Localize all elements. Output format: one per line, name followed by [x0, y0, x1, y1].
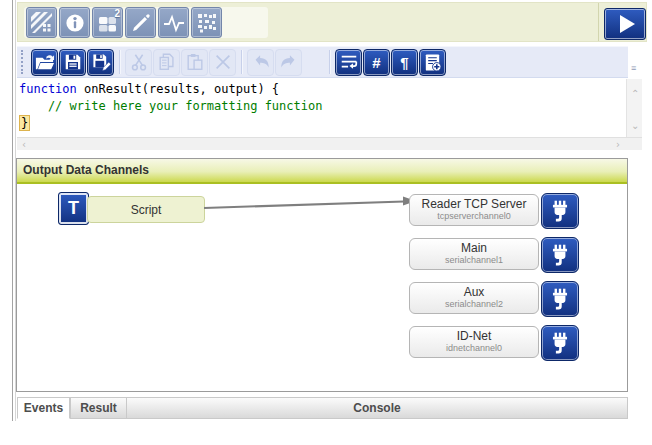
- scroll-down-icon[interactable]: ⌄: [631, 121, 639, 131]
- paste-icon: [181, 49, 208, 76]
- line-numbers-icon[interactable]: #: [363, 49, 390, 76]
- toolbar-drag-grip[interactable]: [21, 50, 27, 74]
- plug-icon[interactable]: [541, 325, 579, 361]
- open-icon[interactable]: [31, 49, 58, 76]
- pilcrow-glyph: ¶: [400, 55, 408, 70]
- channel-name: Main: [410, 242, 538, 255]
- toolbar-overflow-icon[interactable]: ≡: [631, 64, 636, 73]
- formatting-marks-icon[interactable]: ¶: [391, 49, 418, 76]
- channel-name: ID-Net: [410, 330, 538, 343]
- channel-id-net[interactable]: ID-Net idnetchannel0: [409, 326, 539, 358]
- tab-events[interactable]: Events: [17, 397, 70, 419]
- toolbar-separator: [241, 50, 243, 74]
- code-keyword: function: [19, 82, 77, 96]
- channel-id: serialchannel2: [410, 299, 538, 309]
- edit-toolbar: # ¶: [17, 46, 628, 78]
- toolbar-separator: [598, 3, 599, 41]
- redo-icon: [275, 49, 302, 76]
- phase-count-badge: 2: [114, 8, 120, 19]
- word-wrap-icon[interactable]: [335, 49, 362, 76]
- channel-reader-tcp-server[interactable]: Reader TCP Server tcpserverchannel0: [409, 194, 539, 226]
- channel-id: idnetchannel0: [410, 343, 538, 353]
- script-code-editor[interactable]: function onResult(results, output) { // …: [17, 79, 626, 137]
- image-setup-icon[interactable]: [26, 7, 57, 38]
- editor-horizontal-scrollbar[interactable]: ‹ ›: [17, 137, 642, 150]
- script-node[interactable]: Script: [87, 196, 205, 223]
- copy-icon: [153, 49, 180, 76]
- signal-pulse-icon[interactable]: [158, 7, 189, 38]
- toolbar-separator: [329, 50, 331, 74]
- channel-id: serialchannel1: [410, 255, 538, 265]
- channel-name: Aux: [410, 286, 538, 299]
- reading-phases-icon[interactable]: 2: [92, 7, 123, 38]
- channel-id: tcpserverchannel0: [410, 211, 538, 221]
- code-line1: onResult(results, output) {: [77, 82, 279, 96]
- cut-icon: [125, 49, 152, 76]
- channel-main[interactable]: Main serialchannel1: [409, 238, 539, 270]
- top-toolbar: 2: [17, 2, 647, 42]
- run-button[interactable]: [604, 8, 646, 40]
- new-template-icon[interactable]: [419, 49, 446, 76]
- save-icon[interactable]: [59, 49, 86, 76]
- tab-result[interactable]: Result: [70, 397, 127, 419]
- panel-header: Output Data Channels: [17, 159, 627, 184]
- scroll-left-icon[interactable]: ‹: [22, 140, 26, 150]
- script-node-icon[interactable]: T: [58, 192, 89, 225]
- plug-icon[interactable]: [541, 237, 579, 273]
- connection-arrow: [204, 195, 416, 213]
- undo-icon: [247, 49, 274, 76]
- scroll-up-icon[interactable]: ⌃: [631, 89, 639, 99]
- dlcode-script-editor-window: 2: [0, 0, 652, 445]
- top-toolbar-icon-strip: 2: [24, 7, 268, 38]
- delete-icon: [209, 49, 236, 76]
- code-grading-icon[interactable]: [191, 7, 222, 38]
- code-closing-brace: }: [19, 115, 30, 131]
- code-comment: // write here your formatting function: [19, 99, 322, 113]
- toolbar-separator: [119, 50, 121, 74]
- channel-aux[interactable]: Aux serialchannel2: [409, 282, 539, 314]
- plug-icon[interactable]: [541, 281, 579, 317]
- hash-glyph: #: [372, 55, 380, 70]
- output-data-channels-panel: Output Data Channels T Script Reader TCP…: [16, 158, 628, 392]
- scroll-right-icon[interactable]: ›: [616, 140, 620, 150]
- console-header[interactable]: Console: [127, 397, 628, 419]
- plug-icon[interactable]: [541, 193, 579, 229]
- save-as-icon[interactable]: [87, 49, 114, 76]
- edit-pencil-icon[interactable]: [125, 7, 156, 38]
- editor-vertical-scrollbar[interactable]: ⌃ ⌄: [626, 79, 642, 137]
- info-icon[interactable]: [59, 7, 90, 38]
- run-icon: [620, 15, 635, 33]
- channel-name: Reader TCP Server: [410, 198, 538, 211]
